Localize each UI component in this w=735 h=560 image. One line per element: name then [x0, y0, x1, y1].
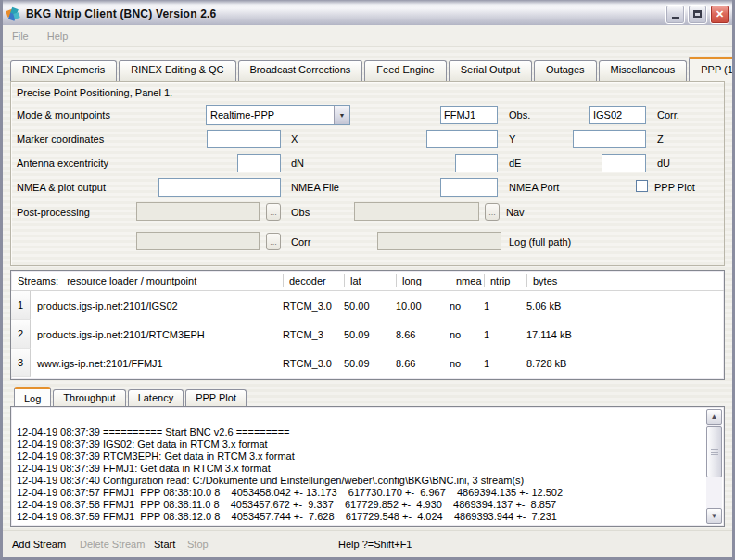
title-bar[interactable]: BKG Ntrip Client (BNC) Version 2.6 ✕: [0, 0, 735, 28]
app-icon: [6, 6, 21, 22]
minimize-button[interactable]: [665, 5, 685, 24]
post-nav-path-input: [354, 202, 479, 221]
log-panel: 12-04-19 08:37:39 ========== Start BNC v…: [10, 406, 725, 527]
maximize-button[interactable]: [688, 5, 707, 24]
obs-mountpoint-input[interactable]: [440, 106, 498, 124]
stream-row-1[interactable]: 1 products.igs-ip.net:2101/IGS02 RTCM_3.…: [11, 291, 724, 320]
stream-nmea: no: [450, 300, 484, 312]
log-line: 12-04-19 08:37:39 FFMJ1: Get data in RTC…: [17, 463, 702, 475]
streams-table: Streams: resource loader / mountpoint de…: [10, 270, 725, 380]
help-shortcut-label[interactable]: Help ?=Shift+F1: [338, 539, 412, 550]
stream-bytes: 8.728 kB: [526, 358, 724, 369]
antenna-de-input[interactable]: [455, 154, 498, 172]
scroll-down-button[interactable]: ▼: [706, 508, 722, 524]
scroll-up-button[interactable]: ▲: [706, 409, 722, 425]
app-window: BKG Ntrip Client (BNC) Version 2.6 ✕ Fil…: [0, 0, 735, 560]
tab-feed-engine[interactable]: Feed Engine: [364, 60, 446, 81]
stream-mountpoint: products.igs-ip.net:2101/IGS02: [31, 300, 283, 312]
log-line: 12-04-19 08:37:59 FFMJ1 PPP 08:38:12.0 8…: [17, 511, 702, 523]
tab-miscellaneous[interactable]: Miscellaneous: [599, 60, 688, 81]
scroll-up-icon: ▲: [711, 413, 718, 421]
stream-ntrip: 1: [484, 329, 526, 340]
stream-lat: 50.00: [344, 300, 396, 312]
mode-combobox-value: Realtime-PPP: [207, 109, 334, 121]
corr-label: Corr.: [657, 109, 679, 121]
post-processing-label: Post-processing: [17, 207, 90, 218]
close-button[interactable]: ✕: [710, 5, 729, 24]
de-label: dE: [509, 158, 521, 169]
corr-mountpoint-input[interactable]: [589, 106, 646, 124]
ppp-plot-label: PPP Plot: [654, 182, 695, 193]
header-ntrip: ntrip: [484, 274, 526, 287]
combobox-dropdown-icon[interactable]: ▼: [334, 106, 349, 124]
marker-z-input[interactable]: [573, 130, 646, 148]
tab-ppp-active[interactable]: PPP (1): [689, 57, 735, 81]
row-number[interactable]: 1: [11, 291, 31, 320]
scrollbar-thumb[interactable]: [706, 426, 722, 477]
tab-serial-output[interactable]: Serial Output: [449, 60, 532, 81]
stream-lat: 50.09: [344, 329, 396, 340]
stream-decoder: RTCM_3: [283, 329, 344, 340]
stream-nmea: no: [450, 358, 484, 369]
tab-broadcast-corrections[interactable]: Broadcast Corrections: [238, 60, 363, 81]
scrollbar-grip-icon: [711, 449, 718, 455]
antenna-dn-input[interactable]: [237, 154, 281, 172]
panel-title: Precise Point Positioning, Panel 1.: [17, 87, 172, 98]
footer-bar: Add Stream Delete Stream Start Stop Help…: [3, 530, 732, 557]
streams-table-header: Streams: resource loader / mountpoint de…: [11, 271, 724, 291]
main-content: RINEX Ephemeris RINEX Editing & QC Broad…: [3, 47, 732, 557]
tab-ppp-plot[interactable]: PPP Plot: [185, 389, 247, 406]
post-obs-browse-button[interactable]: ...: [266, 203, 281, 221]
stream-row-3[interactable]: 3 www.igs-ip.net:2101/FFMJ1 RTCM_3.0 50.…: [11, 349, 724, 377]
stream-ntrip: 1: [484, 358, 526, 369]
nmea-port-input[interactable]: [440, 178, 498, 197]
stream-ntrip: 1: [484, 300, 526, 312]
delete-stream-button: Delete Stream: [80, 539, 145, 550]
stop-button: Stop: [187, 539, 209, 550]
tab-throughput[interactable]: Throughput: [53, 389, 125, 406]
log-line: 12-04-19 08:37:58 FFMJ1 PPP 08:38:11.0 8…: [17, 499, 702, 511]
stream-long: 8.66: [396, 358, 450, 369]
ppp-plot-checkbox[interactable]: [636, 180, 648, 192]
du-label: dU: [657, 158, 670, 169]
tab-rinex-ephemeris[interactable]: RINEX Ephemeris: [10, 60, 117, 81]
post-nav-browse-button[interactable]: ...: [485, 203, 500, 221]
header-nmea: nmea: [450, 274, 484, 287]
stream-decoder: RTCM_3.0: [283, 358, 344, 369]
dn-label: dN: [291, 158, 304, 169]
obs-label: Obs.: [509, 109, 530, 121]
mode-mountpoints-label: Mode & mountpoints: [17, 109, 110, 121]
log-line: 12-04-19 08:37:57 FFMJ1 PPP 08:38:10.0 8…: [17, 487, 702, 499]
tab-rinex-editing-qc[interactable]: RINEX Editing & QC: [119, 60, 235, 81]
stream-lat: 50.09: [344, 358, 396, 369]
x-label: X: [291, 134, 298, 145]
marker-coordinates-label: Marker coordinates: [17, 134, 104, 145]
post-corr-browse-button[interactable]: ...: [266, 233, 281, 250]
post-obs-label: Obs: [291, 207, 310, 218]
add-stream-button[interactable]: Add Stream: [12, 539, 66, 550]
minimize-icon: [672, 17, 679, 19]
stream-long: 10.00: [396, 300, 450, 312]
tab-log[interactable]: Log: [14, 387, 51, 406]
start-button[interactable]: Start: [154, 539, 175, 550]
header-lat: lat: [344, 274, 396, 287]
log-line: 12-04-19 08:37:39 IGS02: Get data in RTC…: [17, 439, 702, 451]
row-number[interactable]: 3: [11, 349, 31, 377]
tab-outages[interactable]: Outages: [534, 60, 597, 81]
nmea-file-label: NMEA File: [291, 182, 339, 193]
menu-file[interactable]: File: [3, 28, 38, 45]
tab-latency[interactable]: Latency: [128, 389, 184, 406]
antenna-du-input[interactable]: [602, 154, 646, 172]
stream-long: 8.66: [396, 329, 450, 340]
row-number[interactable]: 2: [11, 320, 31, 349]
marker-y-input[interactable]: [426, 130, 498, 148]
y-label: Y: [509, 134, 515, 145]
stream-row-2[interactable]: 2 products.igs-ip.net:2101/RTCM3EPH RTCM…: [11, 320, 724, 349]
tab-bar: RINEX Ephemeris RINEX Editing & QC Broad…: [10, 56, 735, 81]
marker-x-input[interactable]: [207, 130, 281, 148]
stream-mountpoint: products.igs-ip.net:2101/RTCM3EPH: [31, 329, 283, 340]
nmea-file-input[interactable]: [158, 178, 281, 197]
menu-help[interactable]: Help: [38, 28, 78, 45]
log-scrollbar[interactable]: ▲ ▼: [706, 409, 722, 524]
mode-combobox[interactable]: Realtime-PPP ▼: [206, 105, 350, 125]
